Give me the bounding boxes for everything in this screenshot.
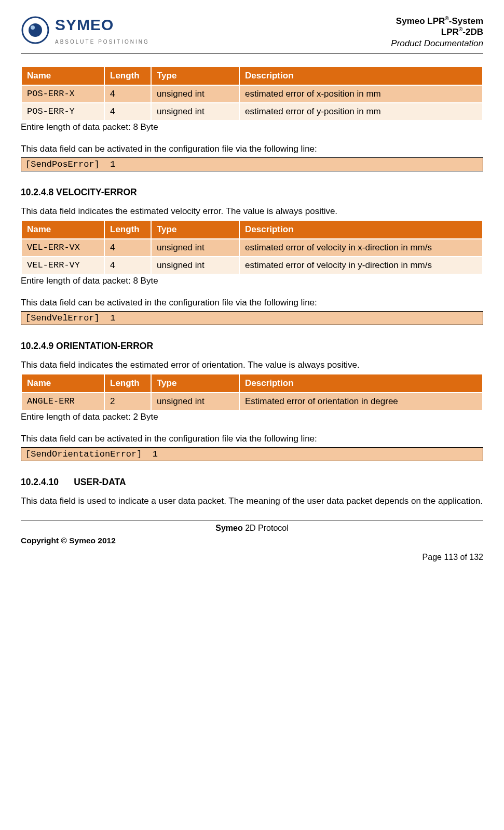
cell-name: ANGLE-ERR [21, 393, 104, 410]
cell-name: VEL-ERR-VX [21, 239, 104, 257]
table-row: POS-ERR-Y 4 unsigned int estimated error… [21, 103, 483, 121]
packet-length-note: Entire length of data packet: 8 Byte [21, 276, 483, 286]
th-desc: Description [239, 374, 483, 393]
svg-point-2 [31, 25, 35, 30]
cell-type: unsigned int [151, 257, 239, 274]
header-right: Symeo LPR®-System LPR®-2DB Product Docum… [391, 16, 483, 49]
th-len: Length [104, 374, 151, 393]
config-intro: This data field can be activated in the … [21, 144, 483, 154]
table-row: VEL-ERR-VY 4 unsigned int estimated erro… [21, 257, 483, 274]
pos-error-table: Name Length Type Description POS-ERR-X 4… [21, 66, 483, 121]
cell-name: POS-ERR-Y [21, 103, 104, 121]
svg-text:SYMEO: SYMEO [55, 16, 114, 33]
th-type: Type [151, 66, 239, 85]
packet-length-note: Entire length of data packet: 8 Byte [21, 122, 483, 132]
cell-desc: Estimated error of orientation in degree [239, 393, 483, 410]
section-heading-velocity-error: 10.2.4.8 VELOCITY-ERROR [21, 187, 483, 198]
logo-icon [21, 16, 50, 45]
config-intro: This data field can be activated in the … [21, 434, 483, 444]
th-desc: Description [239, 220, 483, 239]
header-rule [21, 53, 483, 53]
cell-desc: estimated error of x-position in mm [239, 85, 483, 103]
th-len: Length [104, 220, 151, 239]
cell-len: 4 [104, 239, 151, 257]
orientation-error-table: Name Length Type Description ANGLE-ERR 2… [21, 373, 483, 411]
th-name: Name [21, 66, 104, 85]
config-code: [SendVelError] 1 [21, 311, 483, 325]
cell-desc: estimated error of velocity in x-directi… [239, 239, 483, 257]
section-intro: This data field indicates the estimated … [21, 360, 483, 370]
cell-len: 4 [104, 103, 151, 121]
section-heading-orientation-error: 10.2.4.9 ORIENTATION-ERROR [21, 341, 483, 352]
footer-copyright: Copyright © Symeo 2012 [21, 536, 483, 545]
cell-len: 2 [104, 393, 151, 410]
cell-type: unsigned int [151, 85, 239, 103]
vel-error-table: Name Length Type Description VEL-ERR-VX … [21, 220, 483, 275]
logo-block: SYMEO ABSOLUTE POSITIONING [21, 16, 149, 45]
cell-type: unsigned int [151, 103, 239, 121]
cell-type: unsigned int [151, 239, 239, 257]
logo-text-icon: SYMEO [55, 16, 138, 35]
config-intro: This data field can be activated in the … [21, 298, 483, 308]
packet-length-note: Entire length of data packet: 2 Byte [21, 412, 483, 422]
footer-rule [21, 520, 483, 520]
cell-desc: estimated error of y-position in mm [239, 103, 483, 121]
th-desc: Description [239, 66, 483, 85]
svg-point-1 [29, 23, 42, 37]
th-len: Length [104, 66, 151, 85]
cell-desc: estimated error of velocity in y-directi… [239, 257, 483, 274]
config-code: [SendOrientationError] 1 [21, 447, 483, 461]
footer-page: Page 113 of 132 [21, 553, 483, 562]
th-name: Name [21, 374, 104, 393]
table-row: VEL-ERR-VX 4 unsigned int estimated erro… [21, 239, 483, 257]
table-row: POS-ERR-X 4 unsigned int estimated error… [21, 85, 483, 103]
th-type: Type [151, 374, 239, 393]
cell-type: unsigned int [151, 393, 239, 410]
footer-center: Symeo 2D Protocol [21, 524, 483, 533]
section-heading-user-data: 10.2.4.10 USER-DATA [21, 477, 483, 488]
table-row: ANGLE-ERR 2 unsigned int Estimated error… [21, 393, 483, 410]
config-code: [SendPosError] 1 [21, 157, 483, 171]
th-type: Type [151, 220, 239, 239]
th-name: Name [21, 220, 104, 239]
section-intro: This data field indicates the estimated … [21, 206, 483, 217]
cell-len: 4 [104, 257, 151, 274]
logo-tagline: ABSOLUTE POSITIONING [55, 39, 149, 45]
cell-name: VEL-ERR-VY [21, 257, 104, 274]
cell-len: 4 [104, 85, 151, 103]
cell-name: POS-ERR-X [21, 85, 104, 103]
section-intro: This data field is used to indicate a us… [21, 496, 483, 506]
